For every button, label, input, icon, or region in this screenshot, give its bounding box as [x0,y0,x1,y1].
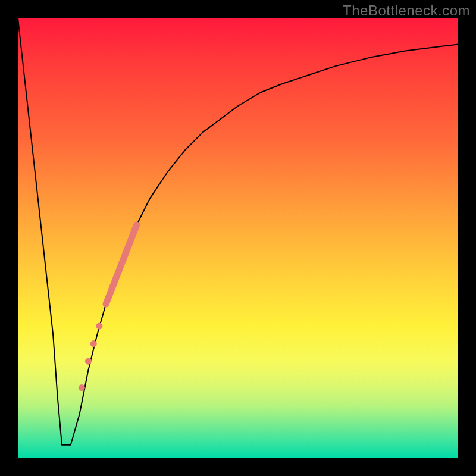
marker-dot [96,323,102,330]
curve-overlay [18,18,458,458]
chart-frame: TheBottleneck.com [0,0,476,476]
marker-band [106,225,137,304]
plot-area [18,18,458,458]
marker-dot [79,384,85,391]
watermark-text: TheBottleneck.com [343,2,470,19]
marker-dots [79,323,103,392]
bottleneck-curve [18,18,458,445]
marker-dot [90,340,97,347]
marker-dot [85,358,92,365]
